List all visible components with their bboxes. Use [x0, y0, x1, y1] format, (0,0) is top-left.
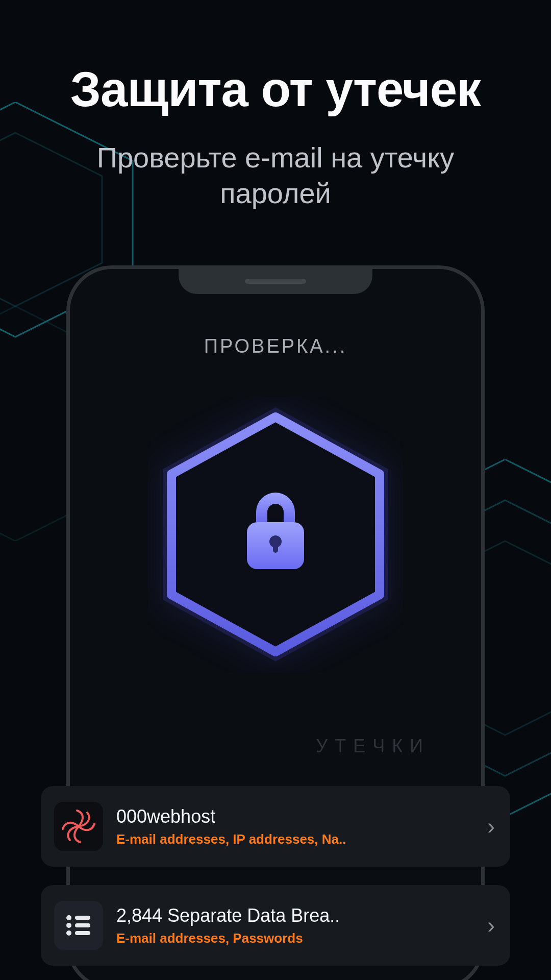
status-label: ПРОВЕРКА...: [70, 335, 481, 357]
leak-card[interactable]: 2,844 Separate Data Brea.. E-mail addres…: [41, 885, 510, 966]
headline: Защита от утечек: [0, 61, 551, 117]
svg-rect-16: [75, 931, 90, 935]
svg-rect-14: [75, 923, 90, 927]
leak-card-title: 000webhost: [116, 806, 487, 827]
list-icon: [54, 901, 103, 950]
section-label-leaks: УТЕЧКИ: [316, 736, 430, 757]
subline: Проверьте e-mail на утечку паролей: [41, 140, 510, 211]
phone-notch: [179, 265, 372, 294]
leak-cards: 000webhost E-mail addresses, IP addresse…: [41, 786, 510, 966]
svg-point-15: [66, 930, 71, 936]
security-hexagon: [148, 397, 403, 672]
leak-card-subtitle: E-mail addresses, IP addresses, Na..: [116, 831, 487, 847]
leak-card[interactable]: 000webhost E-mail addresses, IP addresse…: [41, 786, 510, 867]
chevron-right-icon: ›: [487, 913, 495, 938]
svg-rect-10: [273, 542, 278, 553]
chevron-right-icon: ›: [487, 814, 495, 839]
svg-point-13: [66, 923, 71, 928]
swirl-icon: [54, 802, 103, 851]
svg-point-11: [66, 915, 71, 920]
svg-rect-12: [75, 916, 90, 920]
leak-card-title: 2,844 Separate Data Brea..: [116, 905, 487, 926]
leak-card-subtitle: E-mail addresses, Passwords: [116, 930, 487, 946]
